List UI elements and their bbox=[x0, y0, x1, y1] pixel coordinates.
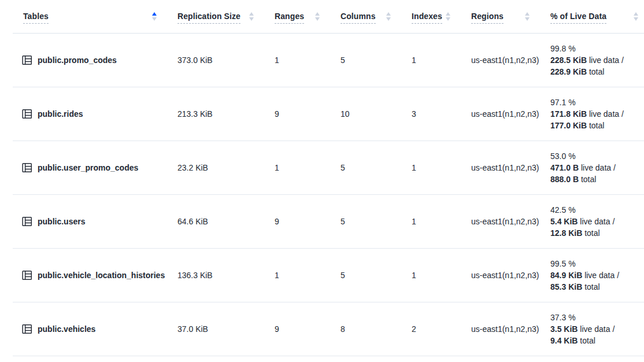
replication-size-cell: 23.2 KiB bbox=[177, 163, 275, 172]
live-data-percent: 42.5 % bbox=[550, 204, 638, 216]
sort-arrows-icon[interactable] bbox=[315, 12, 320, 21]
live-data-cell: 37.3 % 3.5 KiB live data / 9.4 KiB total bbox=[550, 312, 644, 346]
live-data-amount: 228.5 KiB live data / bbox=[550, 54, 638, 66]
table-name-link[interactable]: public.vehicle_location_histories bbox=[38, 271, 165, 280]
ranges-cell: 1 bbox=[275, 271, 340, 280]
replication-size-cell: 213.3 KiB bbox=[177, 109, 275, 119]
ranges-cell: 1 bbox=[275, 56, 340, 65]
table-name-link[interactable]: public.vehicles bbox=[38, 324, 95, 334]
live-data-cell: 53.0 % 471.0 B live data / 888.0 B total bbox=[550, 150, 644, 185]
replication-size-cell: 37.0 KiB bbox=[177, 324, 275, 334]
table-name-link[interactable]: public.promo_codes bbox=[38, 56, 117, 65]
live-data-cell: 99.5 % 84.9 KiB live data / 85.3 KiB tot… bbox=[550, 258, 644, 293]
live-data-amount: 471.0 B live data / bbox=[550, 162, 638, 173]
table-row: public.rides 213.3 KiB 9 10 3 us-east1(n… bbox=[13, 87, 644, 141]
live-data-total: 888.0 B total bbox=[550, 173, 638, 185]
columns-cell: 5 bbox=[340, 56, 412, 65]
table-name-link[interactable]: public.user_promo_codes bbox=[38, 163, 138, 172]
indexes-cell: 1 bbox=[412, 163, 471, 172]
column-header-label: Tables bbox=[23, 12, 49, 24]
table-row: public.vehicle_location_histories 136.3 … bbox=[13, 249, 644, 302]
tables-grid: Tables Replication Size Ranges Columns I… bbox=[13, 0, 644, 356]
column-header-tables[interactable]: Tables bbox=[13, 0, 177, 33]
table-row: public.users 64.6 KiB 9 5 1 us-east1(n1,… bbox=[13, 195, 644, 249]
replication-size-cell: 136.3 KiB bbox=[177, 271, 275, 280]
column-header-label: Ranges bbox=[275, 12, 304, 24]
live-data-total: 177.0 KiB total bbox=[550, 120, 638, 131]
indexes-cell: 3 bbox=[412, 109, 471, 119]
tables-list-page: Tables Replication Size Ranges Columns I… bbox=[0, 0, 644, 362]
indexes-cell: 1 bbox=[412, 56, 471, 65]
table-name-link[interactable]: public.users bbox=[38, 217, 85, 226]
table-row: public.user_promo_codes 23.2 KiB 1 5 1 u… bbox=[13, 141, 644, 195]
column-header-label: % of Live Data bbox=[550, 12, 606, 24]
columns-cell: 5 bbox=[340, 271, 412, 280]
live-data-percent: 37.3 % bbox=[550, 312, 638, 323]
live-data-percent: 53.0 % bbox=[550, 150, 638, 162]
ranges-cell: 9 bbox=[275, 109, 340, 119]
table-icon bbox=[22, 109, 32, 119]
table-icon bbox=[22, 270, 32, 280]
columns-cell: 5 bbox=[340, 163, 412, 172]
regions-cell: us-east1(n1,n2,n3) bbox=[471, 56, 550, 65]
column-header-label: Replication Size bbox=[177, 12, 240, 24]
column-header-columns[interactable]: Columns bbox=[340, 0, 412, 33]
regions-cell: us-east1(n1,n2,n3) bbox=[471, 271, 550, 280]
live-data-total: 9.4 KiB total bbox=[550, 335, 638, 346]
columns-cell: 10 bbox=[340, 109, 412, 119]
column-header-live-data[interactable]: % of Live Data bbox=[550, 0, 644, 33]
ranges-cell: 1 bbox=[275, 163, 340, 172]
column-header-label: Indexes bbox=[412, 12, 442, 24]
column-header-ranges[interactable]: Ranges bbox=[275, 0, 340, 33]
indexes-cell: 2 bbox=[412, 324, 471, 334]
table-row: public.vehicles 37.0 KiB 9 8 2 us-east1(… bbox=[13, 302, 644, 356]
column-header-label: Regions bbox=[471, 12, 504, 24]
regions-cell: us-east1(n1,n2,n3) bbox=[471, 217, 550, 226]
column-header-label: Columns bbox=[340, 12, 376, 24]
table-icon bbox=[22, 55, 32, 65]
indexes-cell: 1 bbox=[412, 271, 471, 280]
live-data-percent: 99.5 % bbox=[550, 258, 638, 269]
table-icon bbox=[22, 216, 32, 227]
column-header-regions[interactable]: Regions bbox=[471, 0, 550, 33]
columns-cell: 5 bbox=[340, 217, 412, 226]
ranges-cell: 9 bbox=[275, 217, 340, 226]
live-data-cell: 97.1 % 171.8 KiB live data / 177.0 KiB t… bbox=[550, 97, 644, 131]
sort-arrows-icon[interactable] bbox=[446, 12, 450, 21]
replication-size-cell: 373.0 KiB bbox=[177, 56, 275, 65]
sort-arrows-icon[interactable] bbox=[525, 12, 530, 21]
live-data-total: 85.3 KiB total bbox=[550, 281, 638, 293]
sort-arrows-icon[interactable] bbox=[249, 12, 254, 21]
live-data-cell: 42.5 % 5.4 KiB live data / 12.8 KiB tota… bbox=[550, 204, 644, 239]
table-icon bbox=[22, 162, 32, 173]
column-header-replication-size[interactable]: Replication Size bbox=[177, 0, 275, 33]
sort-arrows-icon[interactable] bbox=[634, 12, 638, 21]
replication-size-cell: 64.6 KiB bbox=[177, 217, 275, 226]
table-name-link[interactable]: public.rides bbox=[38, 109, 83, 119]
live-data-percent: 97.1 % bbox=[550, 97, 638, 108]
ranges-cell: 9 bbox=[275, 324, 340, 334]
indexes-cell: 1 bbox=[412, 217, 471, 226]
table-header-row: Tables Replication Size Ranges Columns I… bbox=[13, 0, 644, 34]
table-icon bbox=[22, 324, 32, 334]
live-data-total: 12.8 KiB total bbox=[550, 227, 638, 239]
live-data-amount: 3.5 KiB live data / bbox=[550, 323, 638, 335]
regions-cell: us-east1(n1,n2,n3) bbox=[471, 163, 550, 172]
column-header-indexes[interactable]: Indexes bbox=[412, 0, 471, 33]
live-data-cell: 99.8 % 228.5 KiB live data / 228.9 KiB t… bbox=[550, 43, 644, 77]
regions-cell: us-east1(n1,n2,n3) bbox=[471, 324, 550, 334]
live-data-amount: 84.9 KiB live data / bbox=[550, 269, 638, 281]
columns-cell: 8 bbox=[340, 324, 412, 334]
live-data-amount: 171.8 KiB live data / bbox=[550, 108, 638, 120]
sort-arrows-icon[interactable] bbox=[152, 12, 157, 21]
live-data-amount: 5.4 KiB live data / bbox=[550, 216, 638, 227]
sort-arrows-icon[interactable] bbox=[386, 12, 391, 21]
regions-cell: us-east1(n1,n2,n3) bbox=[471, 109, 550, 119]
live-data-total: 228.9 KiB total bbox=[550, 66, 638, 77]
live-data-percent: 99.8 % bbox=[550, 43, 638, 54]
table-row: public.promo_codes 373.0 KiB 1 5 1 us-ea… bbox=[13, 34, 644, 87]
